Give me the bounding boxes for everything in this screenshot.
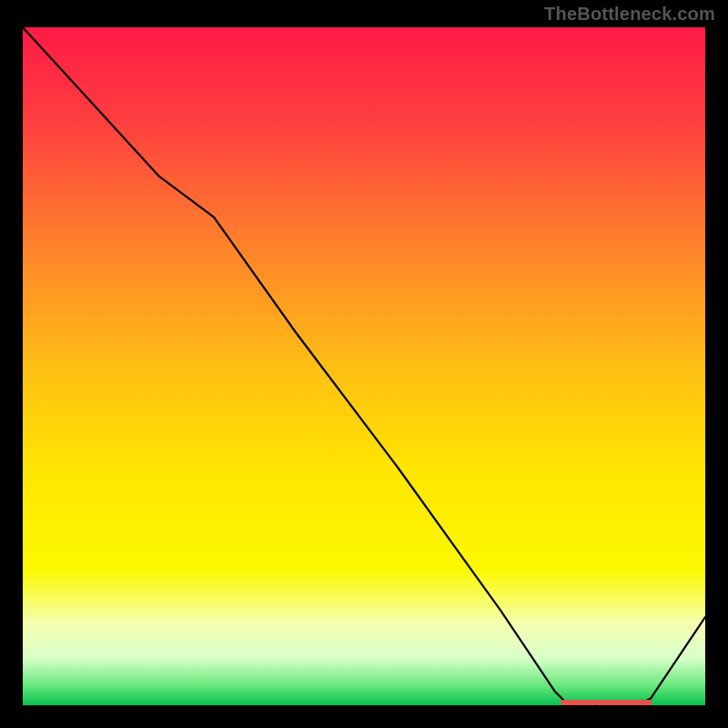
chart-svg [23,27,705,705]
gradient-background [23,27,705,705]
credit-text: TheBottleneck.com [544,4,715,25]
plot-area [23,27,705,705]
chart-container: TheBottleneck.com [0,0,728,728]
